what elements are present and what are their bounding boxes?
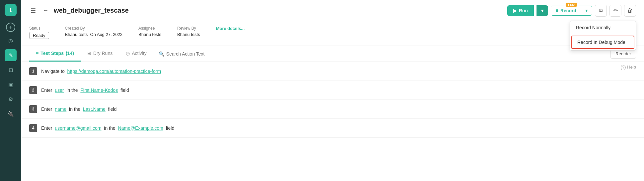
sidebar-item-monitor[interactable]: ▣ [5, 79, 17, 90]
created-by-field: Created By Bhanu tests On Aug 27, 2022 [65, 26, 122, 37]
search-icon: 🔍 [159, 51, 164, 57]
table-icon: ⊞ [87, 51, 91, 56]
step-field-name[interactable]: Last.Name [83, 106, 106, 112]
pencil-icon: ✏ [613, 7, 618, 14]
trash-icon: 🗑 [627, 8, 633, 14]
sidebar-logo[interactable]: t [5, 4, 17, 16]
record-dropdown-menu: Record Normally Record In Debug Mode [570, 21, 636, 51]
steps-area: (?) Help 1 Navigate to https://demoga.co… [21, 62, 644, 181]
main-content: ☰ ← web_debugger_tescase ▶ Run ▼ BETA Re… [21, 0, 644, 181]
step-number: 3 [29, 105, 37, 113]
step-action: Enter [41, 125, 53, 131]
delete-button[interactable]: 🗑 [624, 5, 636, 17]
help-link[interactable]: (?) Help [620, 65, 636, 70]
copy-button[interactable]: ⧉ [595, 5, 607, 17]
status-field: Status Ready [29, 26, 49, 39]
tabs-row: ≡ Test Steps (14) ⊞ Dry Runs ◷ Activity … [21, 46, 644, 62]
record-dropdown-toggle[interactable]: ▼ [581, 6, 592, 15]
tab-activity[interactable]: ◷ Activity [119, 46, 153, 62]
search-tab: 🔍 [153, 48, 231, 60]
step-value[interactable]: user [55, 88, 64, 93]
step-preposition: in the [103, 125, 117, 131]
review-by-field: Review By Bhanu tests [177, 26, 200, 37]
record-debug-item[interactable]: Record In Debug Mode [571, 36, 634, 49]
step-field-name[interactable]: First.Name-Kodos [80, 88, 118, 93]
topbar: ☰ ← web_debugger_tescase ▶ Run ▼ BETA Re… [21, 0, 644, 21]
beta-badge: BETA [566, 3, 577, 7]
sidebar: t + ◷ ✎ ⊡ ▣ ⚙ 🔌 [0, 0, 21, 181]
step-number: 2 [29, 86, 37, 94]
step-number: 1 [29, 67, 37, 75]
created-by-value: Bhanu tests [65, 32, 88, 37]
table-row: 3 Enter name in the Last.Name field [21, 100, 644, 119]
step-preposition: in the [68, 106, 82, 112]
status-badge: Ready [29, 32, 49, 39]
table-row: 4 Enter username@gmail.com in the Name@E… [21, 119, 644, 138]
record-button[interactable]: Record [551, 6, 581, 15]
step-field-name[interactable]: Name@Example.com [118, 125, 163, 131]
tab-test-steps[interactable]: ≡ Test Steps (14) [29, 46, 81, 62]
run-dropdown-button[interactable]: ▼ [536, 5, 548, 16]
step-link-url[interactable]: https://demoga.com/automation-practice-f… [67, 69, 161, 74]
assignee-value: Bhanu tests [138, 32, 161, 37]
step-suffix: field [165, 125, 175, 131]
copy-icon: ⧉ [599, 8, 603, 14]
step-preposition: in the [65, 88, 79, 93]
sidebar-item-dashboard[interactable]: ◷ [5, 35, 17, 47]
chevron-down-icon: ▼ [540, 8, 545, 13]
table-row: 2 Enter user in the First.Name-Kodos fie… [21, 81, 644, 100]
created-on-value: On Aug 27, 2022 [90, 32, 122, 37]
step-value[interactable]: username@gmail.com [55, 125, 101, 131]
hamburger-button[interactable]: ☰ [29, 6, 37, 16]
topbar-actions: ▶ Run ▼ BETA Record ▼ Record Normally [507, 5, 636, 17]
help-icon: (?) [620, 65, 626, 70]
step-number: 4 [29, 124, 37, 132]
sidebar-item-edit[interactable]: ✎ [5, 49, 17, 61]
clock-icon: ◷ [126, 51, 130, 56]
play-icon: ▶ [513, 8, 517, 13]
sidebar-item-settings[interactable]: ⚙ [5, 93, 17, 105]
record-normally-item[interactable]: Record Normally [570, 21, 636, 34]
tab-dry-runs[interactable]: ⊞ Dry Runs [81, 46, 119, 62]
record-dot-icon [556, 9, 558, 12]
back-button[interactable]: ← [41, 6, 50, 15]
step-suffix: field [107, 106, 117, 112]
edit-button[interactable]: ✏ [609, 5, 621, 17]
table-row: 1 Navigate to https://demoga.com/automat… [21, 62, 644, 81]
step-action: Enter [41, 88, 53, 93]
run-button[interactable]: ▶ Run [507, 5, 534, 16]
meta-row: Status Ready Created By Bhanu tests On A… [21, 21, 644, 46]
step-suffix: field [119, 88, 129, 93]
search-input[interactable] [166, 51, 226, 57]
more-details-link[interactable]: More details... [216, 26, 245, 31]
chevron-down-icon: ▼ [585, 8, 589, 13]
assignee-field: Assignee Bhanu tests [138, 26, 161, 37]
record-button-group: BETA Record ▼ [551, 6, 592, 16]
page-title: web_debugger_tescase [54, 7, 503, 14]
step-text-before: Navigate to [41, 69, 66, 74]
sidebar-item-plugins[interactable]: 🔌 [5, 108, 17, 120]
review-by-value: Bhanu tests [177, 32, 200, 37]
sidebar-add-button[interactable]: + [6, 23, 15, 32]
step-value[interactable]: name [55, 106, 66, 112]
sidebar-item-briefcase[interactable]: ⊡ [5, 64, 17, 76]
list-icon: ≡ [36, 51, 39, 56]
step-action: Enter [41, 106, 53, 112]
